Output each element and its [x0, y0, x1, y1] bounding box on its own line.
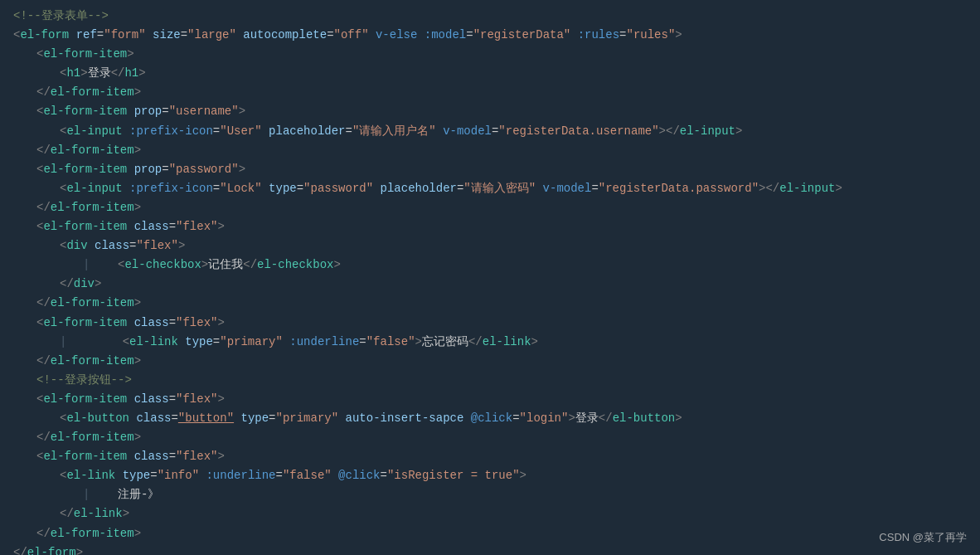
code-line: <el-link type="info" :underline="false" …	[0, 466, 980, 485]
code-line: <el-form-item prop="username">	[0, 102, 980, 121]
code-line: <el-form-item prop="password">	[0, 160, 980, 179]
watermark: CSDN @菜了再学	[879, 530, 967, 545]
code-line: <!--登录按钮-->	[0, 371, 980, 390]
code-line: </el-form-item>	[0, 524, 980, 543]
code-line: <el-form ref="form" size="large" autocom…	[0, 26, 980, 45]
code-line: </el-form-item>	[0, 294, 980, 313]
code-line: | 注册-》	[0, 485, 980, 504]
code-line: <el-button class="button" type="primary"…	[0, 409, 980, 428]
code-line: <el-form-item class="flex">	[0, 217, 980, 236]
code-line: <h1>登录</h1>	[0, 64, 980, 83]
code-line: </el-form-item>	[0, 352, 980, 371]
code-line: <!--登录表单-->	[0, 7, 980, 26]
code-line: </el-form>	[0, 543, 980, 555]
code-line: <el-form-item class="flex">	[0, 314, 980, 333]
code-line: <el-form-item>	[0, 45, 980, 64]
code-line: <el-form-item class="flex">	[0, 390, 980, 409]
code-line: <el-form-item class="flex">	[0, 447, 980, 466]
code-line: </div>	[0, 275, 980, 294]
code-line: <el-input :prefix-icon="Lock" type="pass…	[0, 179, 980, 198]
code-line: </el-form-item>	[0, 83, 980, 102]
code-line: <el-input :prefix-icon="User" placeholde…	[0, 122, 980, 141]
code-line: </el-form-item>	[0, 141, 980, 160]
code-editor: <!--登录表单--><el-form ref="form" size="lar…	[0, 0, 980, 555]
code-line: | <el-link type="primary" :underline="fa…	[0, 333, 980, 352]
code-line: </el-form-item>	[0, 428, 980, 447]
code-line: </el-form-item>	[0, 198, 980, 217]
code-line: | <el-checkbox>记住我</el-checkbox>	[0, 256, 980, 275]
code-line: </el-link>	[0, 504, 980, 523]
code-line: <div class="flex">	[0, 236, 980, 256]
